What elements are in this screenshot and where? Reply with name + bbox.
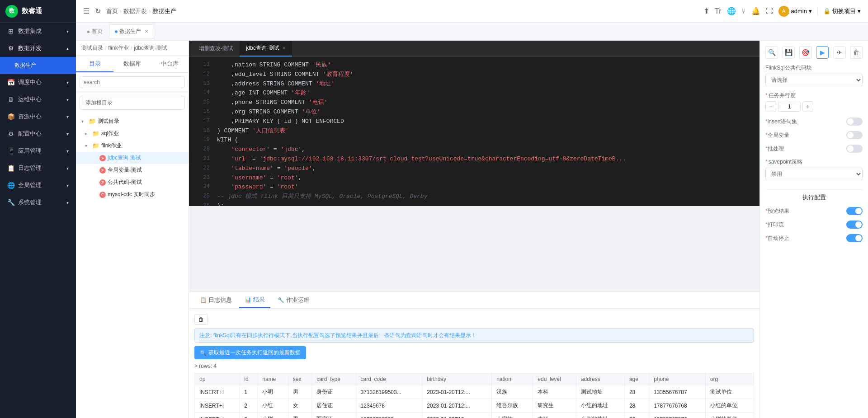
switch-dropdown-icon: ▾: [858, 8, 861, 14]
code-editor[interactable]: 11 ,nation STRING COMMENT '民族' 12 ,edu_l…: [189, 57, 760, 206]
tree-node-flink[interactable]: ▾ 📁 flink作业: [76, 140, 189, 152]
tree-node-global-var[interactable]: ▸ F 全局变量-测试: [76, 164, 189, 176]
breadcrumb-home[interactable]: 首页: [106, 7, 118, 15]
tool-delete-icon[interactable]: 🗑: [850, 46, 863, 59]
flinksql-select[interactable]: 请选择: [765, 74, 863, 86]
bottom-tab-log[interactable]: 📋 日志信息: [194, 292, 237, 308]
search-icon: 🔍: [200, 350, 207, 356]
sidebar-item-resources[interactable]: 📦 资源中心 ▾: [0, 108, 76, 125]
auto-stop-toggle[interactable]: [846, 234, 863, 242]
global-var-toggle-row: *全局变量: [765, 131, 863, 139]
tab-home[interactable]: ● 首页: [81, 25, 108, 38]
sidebar-item-data-dev[interactable]: ⚙ 数据开发 ▴: [0, 40, 76, 57]
fetch-data-button[interactable]: 🔍 获取最近一次任务执行返回的最新数据: [194, 346, 306, 359]
translate-icon[interactable]: Tr: [715, 7, 722, 15]
upload-icon[interactable]: ⬆: [703, 7, 709, 15]
delete-button[interactable]: 🗑: [194, 314, 208, 325]
arrow-icon: ▾: [66, 166, 69, 171]
fullscreen-icon[interactable]: ⛶: [766, 7, 773, 15]
tab-home-label: 首页: [92, 28, 103, 35]
tree-node-jdbc[interactable]: ▸ F jdbc查询-测试: [76, 152, 189, 164]
breadcrumb-dev[interactable]: 数据开发: [123, 7, 147, 15]
flinksql-label: FlinkSql公共代码块: [765, 64, 863, 72]
auto-stop-toggle-row: *自动停止: [765, 234, 863, 242]
bell-icon[interactable]: 🔔: [751, 7, 760, 15]
tab-label: 增删查改-测试: [199, 45, 233, 52]
tab-close-icon[interactable]: ✕: [145, 29, 148, 34]
sidebar-label: 应用管理: [18, 147, 63, 155]
editor-tab-crud[interactable]: 增删查改-测试: [193, 41, 240, 56]
panel-tab-database[interactable]: 数据库: [113, 56, 151, 72]
logo: 数: [5, 5, 18, 18]
bottom-tab-result[interactable]: 📊 结果: [239, 292, 270, 308]
arrow-icon: ▾: [66, 132, 69, 136]
sidebar-label: 全局管理: [18, 181, 63, 189]
insert-toggle[interactable]: [846, 117, 863, 126]
panel-tab-middle[interactable]: 中台库: [151, 56, 189, 72]
sidebar-item-data-production[interactable]: 数据生产: [0, 57, 76, 74]
tree-node-test-dir[interactable]: ▾ 📁 测试目录: [76, 115, 189, 127]
hamburger-icon[interactable]: ☰: [83, 7, 90, 15]
batch-toggle[interactable]: [846, 145, 863, 153]
app-icon: 📱: [7, 147, 14, 155]
tab-data-production[interactable]: 数据生产 ✕: [109, 24, 154, 38]
tool-target-icon[interactable]: 🎯: [799, 46, 812, 59]
parallel-plus-button[interactable]: +: [802, 101, 813, 112]
file-icon: F: [99, 179, 106, 186]
log-tab-label: 日志信息: [208, 296, 232, 304]
bottom-tab-ops[interactable]: 🔧 作业运维: [272, 292, 315, 308]
tool-search-icon[interactable]: 🔍: [765, 46, 778, 59]
sidebar-item-sys-mgmt[interactable]: 🔧 系统管理 ▾: [0, 194, 76, 211]
panel-tabs: 目录 数据库 中台库: [76, 56, 189, 73]
global-var-toggle[interactable]: [846, 131, 863, 139]
bottom-panel: 📋 日志信息 📊 结果 🔧 作业运维 🗑: [189, 291, 760, 418]
col-card-code: card_code: [356, 373, 422, 385]
refresh-icon[interactable]: ↻: [95, 7, 101, 15]
github-icon[interactable]: ⑂: [741, 7, 746, 15]
parallel-minus-button[interactable]: −: [765, 101, 776, 112]
fetch-btn-label: 获取最近一次任务执行返回的最新数据: [208, 349, 301, 357]
node-label: mysql-cdc 实时同步: [108, 191, 185, 198]
tree-node-mysql-cdc[interactable]: ▸ F mysql-cdc 实时同步: [76, 188, 189, 201]
search-input[interactable]: [80, 76, 185, 88]
node-label: 测试目录: [98, 117, 185, 125]
arrow-icon: ▾: [66, 97, 69, 102]
add-root-button[interactable]: 添加根目录: [80, 96, 185, 110]
sidebar-label: 系统管理: [18, 198, 63, 207]
tab-prod-label: 数据生产: [119, 28, 141, 35]
node-label: 全局变量-测试: [108, 166, 185, 174]
col-org: org: [705, 373, 754, 385]
breadcrumb-prod[interactable]: 数据生产: [153, 7, 176, 15]
switch-project[interactable]: 🔒 切换项目 ▾: [817, 7, 861, 15]
tree-node-sql[interactable]: ▸ 📁 sql作业: [76, 127, 189, 140]
rows-info: > rows: 4: [194, 363, 754, 369]
panel-tab-catalog[interactable]: 目录: [76, 56, 113, 72]
preview-toggle-row: *预览结果: [765, 207, 863, 215]
active-dot: [115, 30, 118, 33]
sidebar-item-global-mgmt[interactable]: 🌐 全局管理 ▾: [0, 177, 76, 194]
savepoint-select[interactable]: 禁用: [765, 168, 863, 180]
sidebar-item-config[interactable]: ⚙ 配置中心 ▾: [0, 125, 76, 142]
sidebar-item-log-mgmt[interactable]: 📋 日志管理 ▾: [0, 160, 76, 177]
editor-tab-close-icon[interactable]: ✕: [282, 46, 286, 51]
bc-dir: 测试目录: [81, 44, 103, 52]
editor-tab-jdbc[interactable]: jdbc查询-测试 ✕: [240, 41, 292, 56]
insert-label: *insert语句集: [765, 118, 797, 126]
globe-icon[interactable]: 🌐: [727, 7, 736, 15]
tool-save-icon[interactable]: 💾: [782, 46, 795, 59]
tree-node-public-code[interactable]: ▸ F 公共代码-测试: [76, 176, 189, 188]
right-panel: 🔍 💾 🎯 ▶ ✈ 🗑 FlinkSql公共代码块 请选择 *任务并行度 − +: [760, 41, 868, 418]
tool-play-icon[interactable]: ▶: [816, 46, 829, 59]
folder-icon: 📁: [92, 130, 99, 137]
sidebar-item-data-integration[interactable]: ⊞ 数据集成 ▾: [0, 23, 76, 40]
sidebar-item-ops[interactable]: 🖥 运维中心 ▾: [0, 91, 76, 108]
user-info[interactable]: A admin ▾: [778, 6, 812, 17]
parallel-value-input[interactable]: [778, 102, 801, 112]
search-box: [76, 73, 189, 92]
sidebar-item-schedule[interactable]: 📅 调度中心 ▾: [0, 74, 76, 91]
tool-send-icon[interactable]: ✈: [833, 46, 846, 59]
sidebar-item-app-mgmt[interactable]: 📱 应用管理 ▾: [0, 142, 76, 160]
sys-icon: 🔧: [7, 199, 14, 206]
print-toggle[interactable]: [846, 221, 863, 229]
preview-toggle[interactable]: [846, 207, 863, 215]
